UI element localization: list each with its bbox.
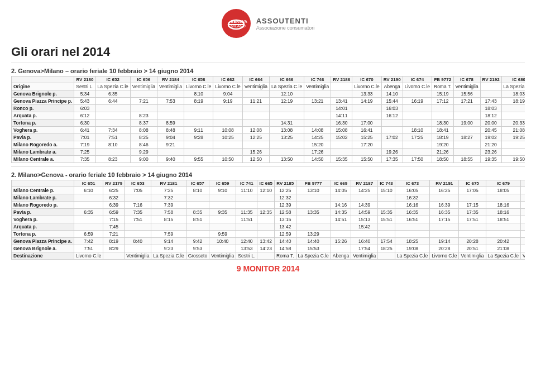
cell-0-7: Ventimiglia [242,83,269,90]
cell-0-11: 14:05 [331,187,351,194]
cell-8-8: 14:23 [257,245,275,252]
cell-6-8: 13:08 [269,127,304,134]
table-row: Genova Piazza Principe p.5:436:447:217:5… [12,98,525,105]
cell-7-5: 9:28 [184,134,213,141]
cell-7-11: 15:26 [331,238,351,245]
cell-3-14: 16:35 [395,209,429,216]
cell-1-12 [351,194,378,202]
cell-3-12: 16:03 [381,105,403,112]
cell-6-16: 20:45 [480,127,501,134]
cell-9-3: 9:29 [130,149,157,156]
cell-3-10: 13:35 [296,209,331,216]
cell-7-7: 12:40 [236,238,257,245]
cell-3-12: 14:59 [351,209,378,216]
cell-5-14 [395,223,429,231]
cell-9-15: Livorno C.le [430,252,459,260]
cell-2-0: Milano Rogoredo p. [12,202,74,209]
cell-1-1 [74,194,103,202]
cell-10-3: 9:00 [130,156,157,163]
cell-4-12: 15:13 [351,216,378,223]
cell-4-8 [257,216,275,223]
table-row: Arquata p.7:4513:4215:4219:4621:44 [12,223,525,231]
cell-0-2: La Spezia C.le [95,83,130,90]
col-header-18: RV 2193 [520,180,525,187]
svg-text:MILANO: MILANO [231,24,246,28]
cell-4-1 [74,216,103,223]
cell-4-2 [95,112,130,119]
cell-5-4 [151,223,186,231]
cell-6-3 [125,231,151,238]
cell-0-15: 16:25 [430,187,459,194]
cell-0-9: Ventimiglia [304,83,331,90]
cell-3-8 [269,105,304,112]
cell-3-9: 12:58 [275,209,296,216]
table-row: Pavia p.7:017:518:259:049:2810:2512:2513… [12,134,525,141]
cell-5-9 [304,119,331,127]
cell-5-8 [257,223,275,231]
cell-5-15: 19:00 [453,119,480,127]
cell-5-12: 15:42 [351,223,378,231]
footer-monitor: 9 MONITOR 2014 [11,264,525,273]
cell-3-18: 18:35 [520,209,525,216]
cell-4-4 [157,112,184,119]
cell-7-2: 7:51 [95,134,130,141]
cell-3-6: 9:35 [209,209,236,216]
cell-4-10: 14:11 [331,112,352,119]
cell-10-0: Milano Centrale a. [12,156,74,163]
cell-0-5: Livorno C.le [184,83,213,90]
cell-7-16: 20:28 [459,238,486,245]
cell-8-3 [125,245,151,252]
cell-1-8: 12:10 [269,90,304,98]
cell-8-9: 14:58 [275,245,296,252]
cell-10-7: 12:50 [242,156,269,163]
cell-2-1 [74,202,103,209]
cell-8-7: 13:53 [236,245,257,252]
cell-4-10 [296,216,331,223]
cell-4-0: Voghera p. [12,216,74,223]
cell-3-11 [352,105,381,112]
cell-6-2: 7:21 [103,231,125,238]
svg-text:GENOVA: GENOVA [231,20,247,23]
cell-8-0: Genova Brignole a. [12,245,74,252]
cell-2-13 [378,202,395,209]
cell-6-7 [236,231,257,238]
cell-1-5 [186,194,209,202]
col-header-2: IC 652 [95,77,130,83]
col-header-12: RV 2190 [381,77,403,83]
cell-8-4: 9:23 [151,245,186,252]
divider-2 [11,166,525,167]
cell-4-14 [432,112,454,119]
cell-7-17: 19:25 [501,134,525,141]
cell-4-2: 7:15 [103,216,125,223]
cell-6-5: 9:11 [184,127,213,134]
cell-3-2 [95,105,130,112]
cell-4-13 [403,112,432,119]
cell-8-2: 8:29 [103,245,125,252]
cell-7-4: 9:04 [157,134,184,141]
cell-9-6: Ventimiglia [209,252,236,260]
cell-7-3: 8:40 [125,238,151,245]
cell-4-13: 15:51 [378,216,395,223]
cell-5-7 [236,223,257,231]
cell-6-9: 14:08 [304,127,331,134]
cell-10-1: 7:35 [74,156,95,163]
cell-6-15 [453,127,480,134]
col-header-11: IC 669 [331,180,351,187]
table-row: Milano Rogoredo a.7:198:108:469:2115:201… [12,141,525,149]
cell-9-16: Ventimiglia [459,252,486,260]
col-header-9: RV 2185 [275,180,296,187]
cell-5-6 [209,223,236,231]
cell-5-1: 6:30 [74,119,95,127]
cell-7-7: 12:25 [242,134,269,141]
logo-text: ASSOUTENTI Associazione consumatori [256,17,315,31]
cell-1-16 [459,194,486,202]
cell-6-7: 12:08 [242,127,269,134]
cell-7-18: 21:08 [520,238,525,245]
cell-2-13: 16:19 [403,98,432,105]
cell-2-3: 7:16 [125,202,151,209]
cell-6-1: 6:41 [74,127,95,134]
cell-4-11: 14:51 [331,216,351,223]
cell-8-8 [269,141,304,149]
cell-4-15 [453,112,480,119]
table-row: Milano Rogoredo p.6:397:167:3912:3914:16… [12,202,525,209]
